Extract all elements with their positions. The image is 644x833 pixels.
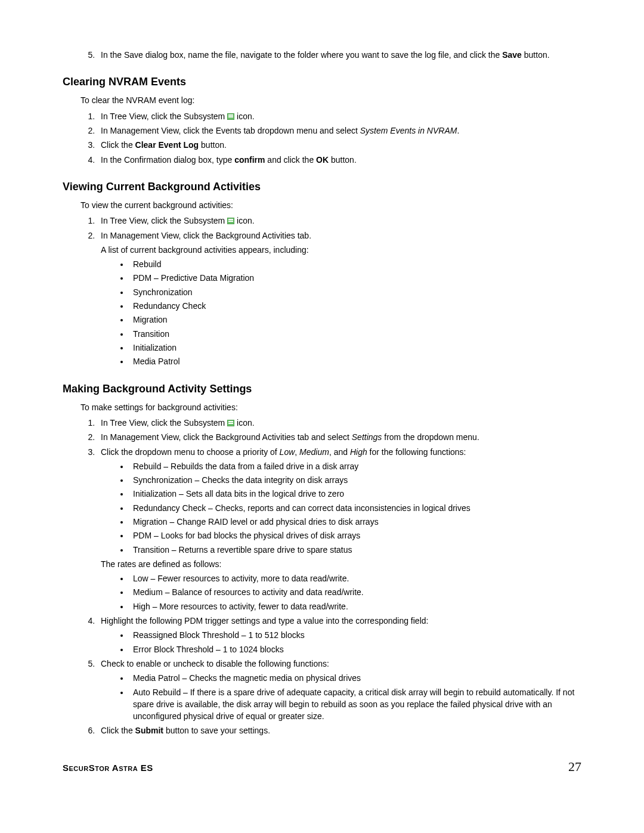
list-item: Media Patrol – Checks the magnetic media… (129, 672, 581, 684)
list-item: Initialization – Sets all data bits in t… (129, 488, 581, 500)
page-footer: SecurStor Astra ES 27 (63, 757, 581, 776)
top-step-5: In the Save dialog box, name the file, n… (97, 49, 581, 61)
subsystem-icon (227, 420, 234, 426)
text: from the dropdown menu. (382, 432, 479, 442)
bold-text: Submit (135, 726, 163, 735)
subsystem-icon (227, 113, 234, 120)
list-item: Redundancy Check – Checks, reports and c… (129, 502, 581, 514)
italic-text: System Events in NVRAM (360, 126, 457, 135)
bold-text: OK (316, 155, 329, 165)
section2-step2-sub: A list of current background activities … (101, 244, 581, 256)
text: In Tree View, click the Subsystem (101, 112, 227, 121)
section2-step1: In Tree View, click the Subsystem icon. (97, 215, 581, 227)
svg-rect-7 (228, 421, 233, 422)
section1-steps: In Tree View, click the Subsystem icon. … (80, 110, 581, 166)
text: icon. (234, 216, 254, 225)
text: In Tree View, click the Subsystem (101, 216, 227, 225)
italic-text: Settings (352, 432, 382, 442)
text: In the Confirmation dialog box, type (101, 155, 234, 165)
heading-viewing-bg: Viewing Current Background Activities (63, 179, 581, 194)
heading-clearing-nvram: Clearing NVRAM Events (63, 74, 581, 89)
text: In Management View, click the Background… (101, 231, 311, 240)
section1-intro: To clear the NVRAM event log: (80, 94, 581, 106)
text: Click the (101, 726, 135, 735)
text: button. (199, 140, 227, 150)
section3-step5-bullets: Media Patrol – Checks the magnetic media… (112, 672, 581, 722)
bold-text: Clear Event Log (135, 140, 199, 150)
text: In Tree View, click the Subsystem (101, 418, 227, 428)
text: for the following functions: (367, 447, 466, 457)
list-item: Media Patrol (129, 355, 581, 367)
list-item: PDM – Predictive Data Migration (129, 272, 581, 284)
text: button to save your settings. (163, 726, 270, 735)
section2-intro: To view the current background activitie… (80, 199, 581, 211)
section1-step2: In Management View, click the Events tab… (97, 125, 581, 137)
list-item: Synchronization – Checks the data integr… (129, 474, 581, 486)
list-item: Medium – Balance of resources to activit… (129, 586, 581, 598)
list-item: Migration (129, 314, 581, 326)
top-steps: In the Save dialog box, name the file, n… (80, 49, 581, 61)
section1-step4: In the Confirmation dialog box, type con… (97, 154, 581, 166)
list-item: Initialization (129, 342, 581, 354)
section1-step1: In Tree View, click the Subsystem icon. (97, 110, 581, 122)
text: In Management View, click the Background… (101, 432, 352, 442)
section3-step2: In Management View, click the Background… (97, 431, 581, 443)
svg-rect-5 (228, 221, 233, 222)
footer-title: SecurStor Astra ES (63, 761, 153, 775)
subsystem-icon (227, 218, 234, 224)
section1-step3: Click the Clear Event Log button. (97, 139, 581, 151)
section2-step2: In Management View, click the Background… (97, 230, 581, 368)
text: , and (329, 447, 350, 457)
section3-step3-bullets: Rebuild – Rebuilds the data from a faile… (112, 460, 581, 556)
text: Highlight the following PDM trigger sett… (101, 616, 428, 625)
text: In the Save dialog box, name the file, n… (101, 50, 502, 60)
svg-rect-2 (228, 116, 233, 117)
list-item: Transition (129, 328, 581, 340)
section2-bullets: Rebuild PDM – Predictive Data Migration … (112, 258, 581, 367)
section3-step3: Click the dropdown menu to choose a prio… (97, 446, 581, 613)
section3-rates-bullets: Low – Fewer resources to activity, more … (112, 572, 581, 612)
list-item: PDM – Looks for bad blocks the physical … (129, 529, 581, 541)
text: icon. (234, 112, 254, 121)
italic-text: Low (280, 447, 295, 457)
list-item: Migration – Change RAID level or add phy… (129, 516, 581, 528)
text: . (457, 126, 459, 135)
text: button. (329, 155, 357, 165)
text: Click the (101, 140, 135, 150)
list-item: Low – Fewer resources to activity, more … (129, 572, 581, 584)
list-item: Rebuild – Rebuilds the data from a faile… (129, 460, 581, 472)
heading-making-bg-settings: Making Background Activity Settings (63, 381, 581, 397)
italic-text: High (350, 447, 367, 457)
svg-rect-1 (228, 114, 233, 116)
rates-intro: The rates are defined as follows: (101, 558, 581, 570)
section3-step6: Click the Submit button to save your set… (97, 724, 581, 736)
section3-step4: Highlight the following PDM trigger sett… (97, 615, 581, 655)
section3-step1: In Tree View, click the Subsystem icon. (97, 417, 581, 429)
page-number: 27 (568, 757, 581, 776)
section3-steps: In Tree View, click the Subsystem icon. … (80, 417, 581, 737)
save-bold: Save (502, 50, 522, 60)
list-item: Transition – Returns a revertible spare … (129, 544, 581, 556)
italic-text: Medium (299, 447, 329, 457)
svg-rect-4 (228, 219, 233, 220)
list-item: Redundancy Check (129, 300, 581, 312)
text: and click the (265, 155, 316, 165)
list-item: Synchronization (129, 286, 581, 298)
list-item: Reassigned Block Threshold – 1 to 512 bl… (129, 629, 581, 641)
list-item: Error Block Threshold – 1 to 1024 blocks (129, 643, 581, 655)
list-item: Auto Rebuild – If there is a spare drive… (129, 686, 581, 723)
text: Check to enable or uncheck to disable th… (101, 659, 329, 668)
text: button. (522, 50, 550, 60)
text: Click the dropdown menu to choose a prio… (101, 447, 280, 457)
text: , (295, 447, 299, 457)
section3-step4-bullets: Reassigned Block Threshold – 1 to 512 bl… (112, 629, 581, 655)
text: icon. (234, 418, 254, 428)
list-item: High – More resources to activity, fewer… (129, 600, 581, 612)
svg-rect-8 (228, 423, 233, 424)
section3-step5: Check to enable or uncheck to disable th… (97, 658, 581, 722)
section3-intro: To make settings for background activiti… (80, 401, 581, 413)
bold-text: confirm (234, 155, 265, 165)
text: In Management View, click the Events tab… (101, 126, 360, 135)
list-item: Rebuild (129, 258, 581, 270)
section2-steps: In Tree View, click the Subsystem icon. … (80, 215, 581, 367)
